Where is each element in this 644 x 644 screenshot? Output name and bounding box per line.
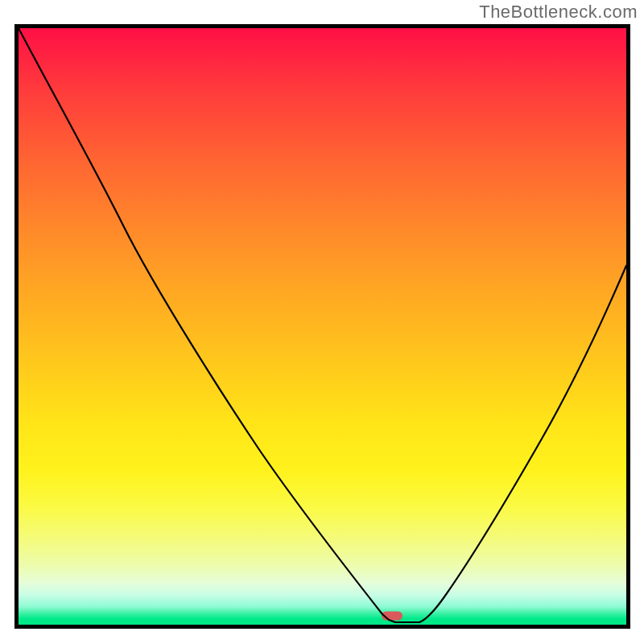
watermark-text: TheBottleneck.com (479, 2, 638, 23)
chart-frame (14, 24, 630, 629)
curve-path (19, 28, 626, 622)
bottleneck-curve (19, 28, 626, 625)
